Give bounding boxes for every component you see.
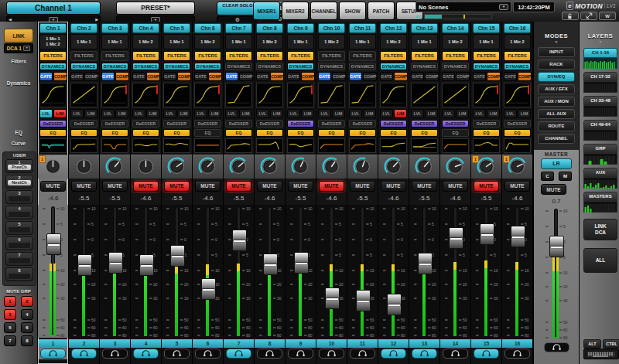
filters-button[interactable]: FILTERS	[318, 51, 345, 61]
layer-button[interactable]: CH 1-16	[583, 48, 617, 58]
tab-mixer1[interactable]: MIXER1	[253, 2, 280, 20]
layer-button[interactable]: CH 49-64	[583, 120, 617, 130]
mode-all-aux[interactable]: ALL AUX	[538, 109, 575, 119]
user-button-1[interactable]: 1PrevCh	[5, 159, 33, 173]
eq-button[interactable]: EQ	[473, 129, 500, 137]
cue-button[interactable]	[133, 349, 159, 359]
filters-button[interactable]: FILTERS	[349, 51, 376, 61]
gain-knob[interactable]	[229, 157, 248, 176]
mute-button[interactable]: MUTE	[288, 181, 313, 192]
deesser-button[interactable]: DeESSER	[39, 120, 67, 128]
waves-button[interactable]: W	[599, 12, 616, 20]
comp-button[interactable]: COMP	[53, 72, 68, 81]
fader-value[interactable]: -4.6	[255, 193, 285, 205]
gain-knob[interactable]	[105, 157, 125, 176]
deesser-button[interactable]: DeESSER	[256, 120, 283, 128]
mute-grp-button-7[interactable]: 7	[4, 335, 16, 346]
leveler-button[interactable]: LVL	[163, 109, 176, 118]
alt-button[interactable]: ALT	[583, 339, 601, 349]
mute-grp-button-6[interactable]: 6	[21, 322, 33, 333]
channel-input-patch[interactable]: 1 Mic 2	[318, 34, 345, 49]
filters-button[interactable]: FILTERS	[225, 51, 252, 61]
gate-button[interactable]: GATE	[411, 72, 424, 81]
dynamics-button[interactable]: DYNAMICS	[473, 63, 500, 70]
gain-knob[interactable]	[291, 157, 310, 176]
channel-name[interactable]: Chn 5	[163, 23, 190, 33]
modes-dropdown-icon[interactable]: ▼	[534, 39, 579, 45]
gain-knob[interactable]	[74, 157, 94, 176]
cue-button[interactable]	[443, 349, 468, 359]
channel-name[interactable]: Chn 4	[132, 23, 159, 33]
eq-graph[interactable]	[349, 138, 376, 153]
dynamics-graph[interactable]	[132, 83, 159, 107]
deesser-button[interactable]: DeESSER	[132, 120, 159, 128]
channel-name[interactable]: Chn 14	[442, 23, 469, 33]
comp-button[interactable]: COMP	[363, 72, 378, 81]
tab-mixer2[interactable]: MIXER2	[282, 2, 309, 20]
fader-value[interactable]: -5.5	[224, 193, 254, 205]
limiter-button[interactable]: LIM	[301, 109, 314, 118]
dynamics-graph[interactable]	[504, 83, 531, 107]
layer-all-button[interactable]: ALL	[583, 248, 617, 273]
fader-value[interactable]: -4.6	[440, 193, 470, 205]
gate-button[interactable]: GATE	[101, 72, 115, 81]
dynamics-graph[interactable]	[70, 83, 97, 107]
comp-button[interactable]: COMP	[487, 72, 501, 81]
channel-name[interactable]: Chn 15	[473, 23, 500, 33]
fader-handle[interactable]	[77, 254, 92, 276]
deesser-button[interactable]: DeESSER	[442, 120, 469, 128]
preset-button[interactable]: PRESET*	[116, 2, 195, 15]
dynamics-graph[interactable]	[101, 83, 128, 107]
eq-graph[interactable]	[194, 138, 221, 153]
channel-input-patch[interactable]: 1 Mic 11 Mic 2	[39, 34, 67, 49]
master-m-button[interactable]: M	[559, 172, 572, 181]
cue-button[interactable]	[412, 349, 437, 359]
leveler-button[interactable]: LVL	[256, 109, 269, 118]
deesser-button[interactable]: DeESSER	[194, 120, 221, 128]
cue-button[interactable]	[288, 349, 313, 359]
dca-dropdown-icon[interactable]: ▼	[23, 46, 30, 51]
channel-number[interactable]: 7	[224, 338, 254, 348]
dynamics-button[interactable]: DYNAMICS	[194, 63, 221, 70]
channel-number[interactable]: 9	[286, 338, 316, 348]
channel-input-patch[interactable]: 1 Mic 1	[101, 34, 128, 49]
fader-handle[interactable]	[108, 252, 123, 274]
dynamics-button[interactable]: DYNAMICS	[163, 63, 190, 70]
channel-name[interactable]: Chn 13	[411, 23, 438, 33]
filters-button[interactable]: FILTERS	[256, 51, 283, 61]
limiter-button[interactable]: LIM	[53, 109, 67, 118]
eq-button[interactable]: EQ	[39, 129, 67, 137]
channel-number[interactable]: 14	[440, 338, 470, 348]
gate-button[interactable]: GATE	[318, 72, 331, 81]
deesser-button[interactable]: DeESSER	[225, 120, 252, 128]
dynamics-graph[interactable]	[380, 83, 407, 107]
user-button-5[interactable]: 5	[5, 221, 33, 235]
eq-button[interactable]: EQ	[349, 129, 376, 137]
eq-graph[interactable]	[256, 138, 283, 153]
channel-number[interactable]: 5	[162, 338, 192, 348]
eq-graph[interactable]	[318, 138, 345, 153]
dynamics-button[interactable]: DYNAMICS	[349, 63, 376, 70]
fader-handle[interactable]	[46, 233, 61, 255]
channel-input-patch[interactable]: 1 Mic 1	[473, 34, 500, 49]
filters-button[interactable]: FILTERS	[442, 51, 469, 61]
deesser-button[interactable]: DeESSER	[70, 120, 97, 128]
channel-input-patch[interactable]: 1 Mic 1	[411, 34, 438, 49]
deesser-button[interactable]: DeESSER	[101, 120, 128, 128]
limiter-button[interactable]: LIM	[239, 109, 252, 118]
leveler-button[interactable]: LVL	[194, 109, 207, 118]
cue-button[interactable]	[350, 349, 375, 359]
gain-knob[interactable]	[477, 157, 496, 176]
mute-button[interactable]: MUTE	[164, 181, 190, 192]
comp-button[interactable]: COMP	[177, 72, 192, 81]
fader-value[interactable]: -5.5	[100, 193, 130, 205]
fader-handle[interactable]	[170, 245, 185, 267]
dynamics-graph[interactable]	[194, 83, 221, 107]
mute-button[interactable]: MUTE	[226, 181, 251, 192]
eq-button[interactable]: EQ	[380, 129, 407, 137]
leveler-button[interactable]: LVL	[349, 109, 362, 118]
cue-button[interactable]	[381, 349, 406, 359]
mute-grp-button-8[interactable]: 8	[21, 335, 33, 346]
gain-knob[interactable]	[384, 157, 403, 176]
filters-button[interactable]: FILTERS	[287, 51, 314, 61]
